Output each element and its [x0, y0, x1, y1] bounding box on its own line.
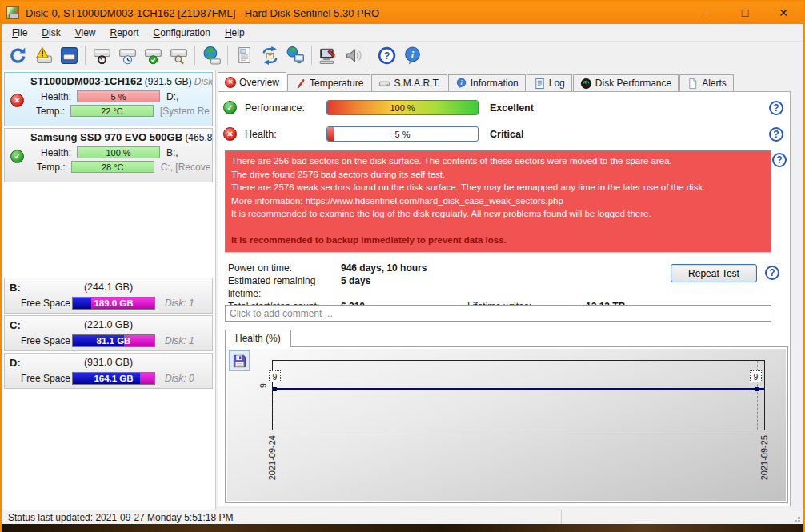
performance-label: Performance:: [237, 102, 326, 114]
tab-bar: ✕Overview Temperature S.M.A.R.T. iInform…: [218, 72, 791, 91]
partition-item-c[interactable]: C:(221.0 GB) Free Space 81.1 GB Disk: 1: [4, 315, 213, 351]
menu-configuration[interactable]: Configuration: [146, 26, 218, 40]
desktop-edge: [2, 524, 803, 532]
free-space-bar: 189.0 GB: [72, 297, 155, 310]
disk-gauge-button[interactable]: [89, 43, 114, 67]
save-chart-button[interactable]: [229, 350, 250, 371]
network-icon: [286, 46, 306, 66]
warning-line: There are 2576 weak sectors found on the…: [231, 181, 765, 194]
disk-warning-icon: [34, 46, 54, 66]
health-bar: 100 %: [77, 146, 160, 158]
tab-information[interactable]: iInformation: [448, 74, 526, 91]
temp-bar: 28 °C: [71, 161, 154, 173]
window-title: Disk: 0, ST1000DM003-1CH162 [Z1D87FML] -…: [26, 7, 698, 19]
drive-letters: D:,: [160, 91, 178, 102]
send-report-icon: [260, 46, 280, 66]
health-critical-icon: ✕: [223, 127, 237, 141]
maximize-button[interactable]: □: [736, 6, 754, 19]
disk-list-item-0[interactable]: ✕ ST1000DM003-1CH162 (931.5 GB) Disk: 0 …: [4, 72, 213, 126]
performance-meter: 100 %: [326, 100, 479, 115]
menu-file[interactable]: File: [5, 26, 34, 40]
ok-status-icon: ✓: [10, 150, 24, 163]
disk-warning-button[interactable]: [30, 43, 56, 67]
minimize-button[interactable]: –: [698, 6, 715, 19]
drive-letters: B:,: [160, 147, 178, 158]
alerts-page-icon: [687, 78, 699, 90]
refresh-button[interactable]: [5, 43, 30, 67]
performance-help-icon[interactable]: ?: [769, 101, 783, 115]
temp-label: Temp.:: [30, 106, 70, 117]
free-space-label: Free Space: [10, 335, 72, 346]
resize-grip[interactable]: [792, 514, 800, 522]
x-axis-date-left: 2021-09-24: [267, 435, 277, 480]
status-text: Status last updated: 2021-09-27 Monday 5…: [3, 510, 562, 524]
disk-title: Samsung SSD 970 EVO 500GB (465.8 GB) Dis…: [30, 131, 210, 143]
world-disk-button[interactable]: [198, 43, 224, 67]
health-chart-body: 9 9 9 2021-09-24 2021-09-: [225, 346, 788, 503]
partition-list: B:(244.1 GB) Free Space 189.0 GB Disk: 1…: [4, 278, 213, 390]
tab-temperature[interactable]: Temperature: [287, 74, 370, 91]
send-report-button[interactable]: [257, 43, 282, 67]
warning-line: More information: https://www.hdsentinel…: [231, 194, 765, 208]
warning-text-box: There are 256 bad sectors on the disk su…: [225, 150, 771, 253]
x-axis-date-right: 2021-09-25: [759, 435, 769, 480]
repeat-test-help-icon[interactable]: ?: [765, 266, 779, 280]
remaining-lifetime-label: Estimated remaining lifetime:: [228, 274, 341, 300]
disk-gauge-icon: [92, 46, 112, 66]
save-icon: [232, 354, 247, 369]
health-label: Health:: [237, 129, 326, 140]
menu-help[interactable]: Help: [218, 26, 252, 40]
y-axis-tick: 9: [258, 383, 268, 388]
health-chart-tab[interactable]: Health (%): [225, 330, 291, 347]
menu-disk[interactable]: Disk: [34, 26, 67, 40]
health-help-icon[interactable]: ?: [769, 127, 783, 142]
tab-overview[interactable]: ✕Overview: [218, 72, 286, 91]
disk-properties-button[interactable]: [56, 43, 82, 67]
toolbar-separator: [194, 46, 195, 65]
network-button[interactable]: [282, 43, 308, 67]
disk-search-button[interactable]: [166, 43, 191, 67]
menu-view[interactable]: View: [68, 26, 103, 40]
health-chart-section: Health (%) 9 9 9: [225, 330, 788, 503]
disk-test-button[interactable]: [315, 43, 341, 67]
warning-backup-line: It is recommended to backup immediately …: [231, 234, 765, 247]
warning-help-icon[interactable]: ?: [772, 153, 787, 167]
help-button[interactable]: ?: [374, 43, 399, 67]
partition-disk-label: Disk: 1: [155, 335, 194, 346]
comment-input[interactable]: [225, 305, 771, 322]
partition-item-b[interactable]: B:(244.1 GB) Free Space 189.0 GB Disk: 1: [4, 278, 213, 314]
tab-disk-performance[interactable]: Disk Performance: [573, 74, 679, 91]
tab-alerts[interactable]: Alerts: [679, 74, 734, 91]
data-point: [273, 387, 277, 391]
close-button[interactable]: ✕: [775, 6, 792, 19]
overview-panel: ✓ Performance: 100 % Excellent ? ✕ Healt…: [218, 91, 791, 506]
gauge-icon: [580, 78, 592, 90]
partition-disk-label: Disk: 1: [155, 298, 194, 309]
warning-line: The drive found 2576 bad sectors during …: [231, 168, 765, 182]
svg-text:i: i: [411, 49, 414, 60]
disk-accept-button[interactable]: [140, 43, 166, 67]
main-panel: ✕Overview Temperature S.M.A.R.T. iInform…: [216, 70, 802, 510]
disk-list-item-1[interactable]: ✓ Samsung SSD 970 EVO 500GB (465.8 GB) D…: [4, 128, 213, 182]
tab-smart[interactable]: S.M.A.R.T.: [371, 74, 447, 91]
health-status: Critical: [479, 129, 523, 140]
info-icon: i: [402, 46, 423, 66]
disk-title: ST1000DM003-1CH162 (931.5 GB) Disk: 0: [30, 75, 210, 87]
partition-item-d[interactable]: D:(931.0 GB) Free Space 164.1 GB Disk: 0: [4, 353, 213, 389]
menu-report[interactable]: Report: [103, 26, 146, 40]
svg-text:?: ?: [383, 50, 390, 62]
tab-log[interactable]: Log: [527, 74, 572, 91]
toolbar: ? i: [2, 42, 803, 69]
sound-button[interactable]: [341, 43, 366, 67]
plot-area: 9 9: [272, 360, 765, 430]
free-space-label: Free Space: [10, 298, 72, 309]
free-space-label: Free Space: [10, 373, 72, 384]
disk-accept-icon: [143, 46, 163, 66]
repeat-test-button[interactable]: Repeat Test: [671, 264, 757, 282]
free-space-bar: 164.1 GB: [72, 372, 155, 385]
report-button[interactable]: [231, 43, 257, 67]
disk-clock-button[interactable]: [114, 43, 140, 67]
info-balloon-icon: i: [455, 78, 467, 90]
info-button[interactable]: i: [399, 43, 425, 67]
data-point-label: 9: [269, 370, 281, 382]
